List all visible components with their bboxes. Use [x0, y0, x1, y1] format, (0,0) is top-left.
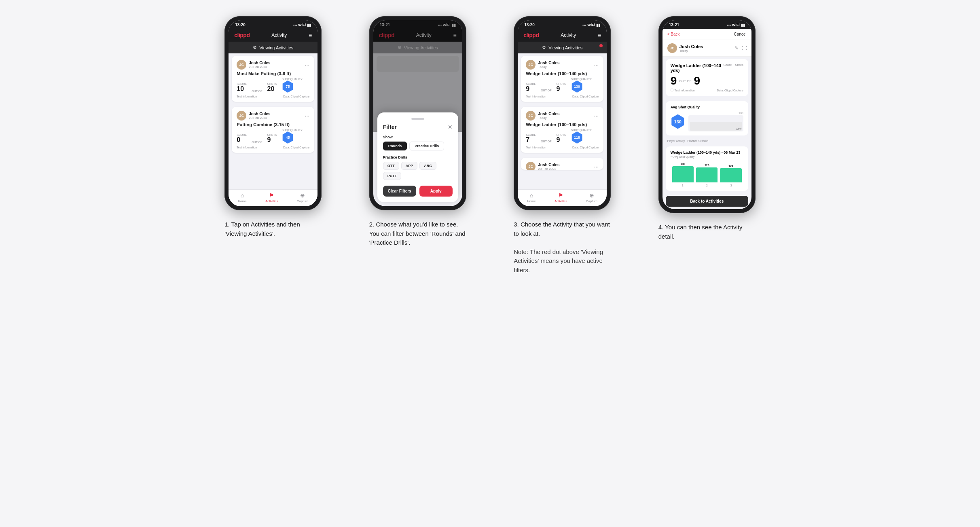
show-label: Show: [383, 135, 453, 139]
shots-label-3-2: Shots: [556, 133, 566, 136]
nav-capture-3[interactable]: ⊕ Capture: [586, 192, 597, 203]
chip-ott[interactable]: OTT: [383, 162, 399, 170]
battery-icon: ▮▮: [307, 23, 311, 27]
card-user-4: JC Josh Coles Today: [667, 43, 703, 53]
drag-handle: [411, 118, 424, 120]
activity-card-1-1[interactable]: JC Josh Coles 28 Feb 2023 ··· Must Make …: [232, 56, 314, 102]
activity-card-1-2[interactable]: JC Josh Coles 28 Feb 2023 ··· Putting Co…: [232, 107, 314, 153]
card-menu-1-2[interactable]: ···: [305, 112, 310, 119]
score-group-3-2: Score 7: [526, 133, 536, 144]
nav-home-3[interactable]: ⌂ Home: [527, 192, 536, 203]
avatar-3-2: JC: [526, 111, 536, 121]
footer-left-3-1: Test Information: [526, 95, 546, 98]
score-label-3-2: Score: [526, 133, 536, 136]
activity-card-3-2[interactable]: JC Josh Coles Today ··· Wedge Ladder (10…: [521, 107, 603, 153]
activities-icon-1: ⚑: [269, 192, 274, 199]
outof-label-1-1: OUT OF: [252, 90, 262, 93]
test-label-4: Test Information: [675, 89, 695, 92]
shots-label-3-1: Shots: [556, 83, 566, 85]
filter-close-2[interactable]: ✕: [448, 124, 453, 130]
user-info-1-1: Josh Coles 28 Feb 2023: [249, 61, 270, 69]
mini-chart-4: 130 APP: [688, 112, 743, 131]
score-group-3-1: Score 9: [526, 83, 536, 93]
user-date-1-1: 28 Feb 2023: [249, 65, 270, 69]
session-label-4: Player Activity · Practice Session: [663, 138, 751, 144]
edit-icon-4[interactable]: ✎: [734, 45, 739, 51]
chip-app[interactable]: APP: [401, 162, 418, 170]
card-menu-1-1[interactable]: ···: [305, 61, 310, 68]
drill-section-4: Wedge Ladder (100–140 yds) - 06 Mar 23 ·…: [666, 146, 748, 191]
quality-label-3-1: Shot Quality: [571, 78, 592, 80]
chart-col-1: 132: [672, 163, 694, 182]
capture-label-1: Capture: [297, 199, 308, 203]
activity-card-3-3[interactable]: JC Josh Coles 28 Feb 2023 ···: [521, 158, 603, 170]
card-footer-3-1: Test Information Data: Clippd Capture: [526, 95, 599, 98]
user-name-3-1: Josh Coles: [538, 61, 559, 65]
quality-hex-4: 130: [671, 114, 685, 129]
card-footer-3-2: Test Information Data: Clippd Capture: [526, 146, 599, 149]
card-footer-1-2: Test Information Data: Clippd Capture: [237, 146, 309, 149]
phone-column-1: 13:20 ▪▪▪ WiFi ▮▮ clippd Activity ≡ ⚙: [207, 16, 340, 275]
card-menu-3-2[interactable]: ···: [594, 112, 599, 119]
user-info-3-2: Josh Coles Today: [538, 112, 559, 120]
card-menu-3-1[interactable]: ···: [594, 61, 599, 68]
apply-button[interactable]: Apply: [419, 186, 453, 197]
cancel-button-4[interactable]: Cancel: [734, 32, 747, 36]
desc-text-4: You can then see the Activity detail.: [658, 224, 743, 240]
shots-value-1-1: 20: [267, 85, 277, 93]
activities-label-1: Activities: [265, 199, 278, 203]
viewing-activities-bar-3[interactable]: ⚙ Viewing Activities: [518, 42, 607, 53]
nav-activities-3[interactable]: ⚑ Activities: [555, 192, 567, 203]
score-value-1-1: 10: [237, 85, 247, 93]
home-label-1: Home: [238, 199, 246, 203]
outof-label-1-2: OUT OF: [252, 141, 262, 144]
activities-icon-3: ⚑: [558, 192, 563, 199]
description-2: 2. Choose what you'd like to see. You ca…: [369, 220, 466, 248]
card-menu-3-3[interactable]: ···: [594, 163, 599, 170]
card-user-1-1: JC Josh Coles 28 Feb 2023: [237, 60, 270, 70]
back-activities-4[interactable]: Back to Activities: [666, 196, 748, 207]
card-title-3-2: Wedge Ladder (100–140 yds): [526, 122, 599, 127]
user-date-3-2: Today: [538, 116, 559, 120]
score-label-3-1: Score: [526, 83, 536, 85]
menu-icon-3[interactable]: ≡: [598, 32, 601, 38]
chip-arg[interactable]: ARG: [419, 162, 436, 170]
filter-actions: Clear Filters Apply: [383, 186, 453, 197]
nav-capture-1[interactable]: ⊕ Capture: [297, 192, 308, 203]
score-value-1-2: 0: [237, 136, 247, 144]
nav-activities-1[interactable]: ⚑ Activities: [265, 192, 278, 203]
score-value-3-2: 7: [526, 136, 536, 144]
practice-drills-toggle[interactable]: Practice Drills: [409, 142, 444, 150]
bar-chart-4: 132 129 124: [671, 160, 743, 184]
activity-title-text-4: Wedge Ladder (100–140 yds): [671, 63, 724, 73]
activity-card-3-1[interactable]: JC Josh Coles Today ··· Wedge Ladder (10…: [521, 56, 603, 102]
nav-home-1[interactable]: ⌂ Home: [238, 192, 246, 203]
bar-3: [720, 168, 741, 182]
phone-2-inner: 13:21 ▪▪▪ WiFi ▮▮ clippd Activity ≡ ⚙: [373, 20, 462, 206]
chart-x-axis: 1 2 3: [671, 184, 743, 187]
header-title-1: Activity: [271, 32, 287, 38]
status-icons-4: ▪▪▪ WiFi ▮▮: [727, 23, 745, 27]
chart-col-3: 124: [720, 165, 741, 182]
bar-1: [672, 166, 694, 182]
expand-icon-4[interactable]: ⛶: [742, 45, 747, 51]
chip-putt[interactable]: PUTT: [383, 172, 402, 180]
phone-3-inner: 13:20 ▪▪▪ WiFi ▮▮ clippd Activity ≡ ⚙: [518, 20, 607, 206]
card-header-3-2: JC Josh Coles Today ···: [526, 111, 599, 121]
back-button-4[interactable]: < Back: [667, 32, 680, 36]
wifi-icon: WiFi: [298, 23, 306, 27]
viewing-activities-bar-1[interactable]: ⚙ Viewing Activities: [229, 42, 317, 53]
shots-label-1-2: Shots: [267, 133, 277, 136]
menu-icon-1[interactable]: ≡: [309, 32, 312, 38]
drill-title-4: Wedge Ladder (100–140 yds) - 06 Mar 23: [671, 150, 743, 155]
outof-3-2: OUT OF: [541, 140, 551, 144]
quality-label-1-1: Shot Quality: [282, 78, 303, 80]
clear-filters-button[interactable]: Clear Filters: [383, 186, 416, 197]
app-logo-1: clippd: [234, 32, 250, 38]
footer-left-1-2: Test Information: [237, 146, 257, 149]
detail-header-4: < Back Cancel: [663, 29, 751, 40]
outof-1-1: OUT OF: [252, 90, 262, 93]
rounds-toggle[interactable]: Rounds: [383, 142, 407, 150]
capture-label-3: Capture: [586, 199, 597, 203]
shots-label-4: Shots: [735, 63, 743, 67]
